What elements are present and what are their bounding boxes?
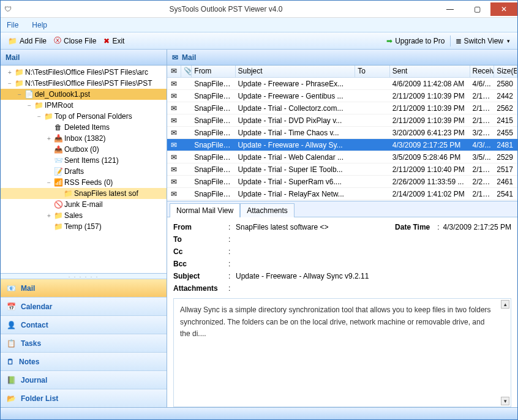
cell-subject: Update - Trial - Collectorz.com... xyxy=(235,104,355,113)
tree-item-label: N:\TestFiles\Office Files\PST Files\arc xyxy=(24,68,148,77)
cell-subject: Update - Freeware - Allway Sy... xyxy=(235,141,355,149)
nav-contact[interactable]: 👤Contact xyxy=(1,315,167,334)
cell-sent: 2/11/2009 1:10:40 PM xyxy=(390,165,470,174)
folder-icon: 📁 xyxy=(14,79,24,88)
nav-list: 📧Mail📅Calendar👤Contact📋Tasks🗒Notes📗Journ… xyxy=(1,279,167,407)
col-subject[interactable]: Subject xyxy=(236,66,356,77)
tree-item[interactable]: −📁N:\TestFiles\Office Files\PST Files\PS… xyxy=(1,78,167,89)
tree-item[interactable]: 📨Sent Items (121) xyxy=(1,155,167,166)
tree-item[interactable]: −📶RSS Feeds (0) xyxy=(1,177,167,188)
col-size[interactable]: Size(B xyxy=(494,66,517,77)
tree-item[interactable]: 🚫Junk E-mail xyxy=(1,199,167,210)
col-to[interactable]: To xyxy=(355,66,389,77)
tree-item[interactable]: +📁N:\TestFiles\Office Files\PST Files\ar… xyxy=(1,67,167,78)
right-pane-header: ✉Mail xyxy=(167,50,517,66)
folder-icon: 📁 xyxy=(53,211,63,220)
cell-sent: 2/26/2009 11:33:59 ... xyxy=(390,178,470,186)
close-button[interactable]: ✕ xyxy=(490,2,517,16)
scroll-up-button[interactable]: ▴ xyxy=(501,300,509,309)
scroll-down-button[interactable]: ▾ xyxy=(501,397,509,405)
nav-tasks[interactable]: 📋Tasks xyxy=(1,334,167,352)
tree-item[interactable]: −📄del_Outlook1.pst xyxy=(1,89,167,100)
col-attachment[interactable]: 📎 xyxy=(181,66,192,77)
add-file-button[interactable]: 📁Add File xyxy=(4,34,50,48)
tree-twisty[interactable]: + xyxy=(6,69,14,76)
tab-attachments[interactable]: Attachments xyxy=(240,203,295,217)
upgrade-button[interactable]: ➡Upgrade to Pro xyxy=(383,34,448,48)
tree-item-label: Temp (157) xyxy=(63,222,102,231)
menu-help[interactable]: Help xyxy=(32,21,47,29)
folder-icon: 📁 xyxy=(14,68,24,77)
message-row[interactable]: ✉SnapFiles...Update - Freeware - Allway … xyxy=(167,139,517,151)
cell-size: 2517 xyxy=(494,165,517,174)
message-row[interactable]: ✉SnapFiles...Update - Trial - RelayFax N… xyxy=(167,188,517,200)
nav-mail[interactable]: 📧Mail xyxy=(1,279,167,297)
tasks-icon: 📋 xyxy=(7,339,16,348)
tree-item[interactable]: 📤Outbox (0) xyxy=(1,144,167,155)
nav-notes[interactable]: 🗒Notes xyxy=(1,352,167,370)
tree-item[interactable]: 📁Temp (157) xyxy=(1,221,167,232)
value-from: SnapFiles latest software <> xyxy=(236,223,395,231)
col-icon[interactable]: ✉ xyxy=(167,66,181,77)
tree-twisty[interactable]: − xyxy=(35,113,43,120)
cell-subject: Update - Trial - Web Calendar ... xyxy=(235,153,355,162)
tree-twisty[interactable]: − xyxy=(45,179,53,186)
folder-tree[interactable]: +📁N:\TestFiles\Office Files\PST Files\ar… xyxy=(1,66,167,274)
tree-item[interactable]: −📁Top of Personal Folders xyxy=(1,111,167,122)
app-icon: 🛡 xyxy=(4,5,12,13)
message-row[interactable]: ✉SnapFiles...Update - Trial - Super IE T… xyxy=(167,163,517,176)
message-row[interactable]: ✉SnapFiles...Update - Trial - Web Calend… xyxy=(167,151,517,163)
upgrade-icon: ➡ xyxy=(386,37,392,45)
cell-sent: 3/20/2009 6:41:23 PM xyxy=(390,129,470,137)
maximize-button[interactable]: ▢ xyxy=(464,2,490,16)
envelope-icon: ✉ xyxy=(167,80,181,88)
tree-item-label: Outbox (0) xyxy=(63,145,99,154)
tree-item[interactable]: 📝Drafts xyxy=(1,166,167,177)
tree-twisty[interactable]: − xyxy=(15,91,24,98)
col-sent[interactable]: Sent xyxy=(390,66,470,77)
message-body[interactable]: Allway Sync is a simple directory synchr… xyxy=(173,298,511,407)
pst-icon: 📄 xyxy=(24,90,34,99)
message-row[interactable]: ✉SnapFiles...Update - Freeware - Gentibu… xyxy=(167,90,517,102)
cell-sent: 2/11/2009 1:10:39 PM xyxy=(390,104,470,113)
message-row[interactable]: ✉SnapFiles...Update - Freeware - PhraseE… xyxy=(167,78,517,90)
nav-journal[interactable]: 📗Journal xyxy=(1,370,167,389)
value-subject: Update - Freeware - Allway Sync v9.2.11 xyxy=(236,272,511,280)
message-row[interactable]: ✉SnapFiles...Update - Trial - Time Chaos… xyxy=(167,127,517,139)
tree-item[interactable]: 🗑Deleted Items xyxy=(1,122,167,133)
cell-received: 2/14... xyxy=(470,190,495,198)
col-from[interactable]: From xyxy=(192,66,235,77)
tree-twisty[interactable]: − xyxy=(6,80,14,87)
tree-twisty[interactable]: + xyxy=(45,212,53,219)
label-cc: Cc xyxy=(173,247,228,256)
pane-grip[interactable]: · · · · · · xyxy=(1,274,167,279)
nav-folder-list[interactable]: 📂Folder List xyxy=(1,389,167,407)
cell-received: 2/11... xyxy=(470,165,495,174)
tree-item[interactable]: +📁Sales xyxy=(1,210,167,221)
value-bcc xyxy=(236,260,511,268)
message-row[interactable]: ✉SnapFiles...Update - Trial - DVD PixPla… xyxy=(167,114,517,127)
message-row[interactable]: ✉SnapFiles...Update - Trial - Collectorz… xyxy=(167,102,517,114)
tree-item[interactable]: +📥Inbox (1382) xyxy=(1,133,167,144)
exit-button[interactable]: ✖Exit xyxy=(100,34,128,48)
message-list-header[interactable]: ✉ 📎 From Subject To Sent Receive Size(B xyxy=(167,66,517,78)
folderlist-icon: 📂 xyxy=(7,394,16,403)
preview-tabs: Normal Mail View Attachments xyxy=(167,201,517,217)
cell-size: 2442 xyxy=(494,92,517,100)
tab-normal-view[interactable]: Normal Mail View xyxy=(170,203,240,217)
message-row[interactable]: ✉SnapFiles...Update - Trial - SuperRam v… xyxy=(167,176,517,188)
cell-received: 2/11... xyxy=(470,104,495,113)
tree-item[interactable]: −📁IPMRoot xyxy=(1,100,167,111)
tree-item[interactable]: 📁SnapFiles latest sof xyxy=(1,188,167,199)
tree-twisty[interactable]: + xyxy=(45,135,53,142)
cell-subject: Update - Trial - RelayFax Netw... xyxy=(235,190,355,198)
minimize-button[interactable]: — xyxy=(437,2,464,16)
col-received[interactable]: Receive xyxy=(470,66,495,77)
tree-twisty[interactable]: − xyxy=(25,102,34,109)
switch-view-button[interactable]: ≣Switch View▾ xyxy=(452,34,514,48)
notes-icon: 🗒 xyxy=(7,358,14,366)
nav-calendar[interactable]: 📅Calendar xyxy=(1,297,167,315)
close-file-button[interactable]: ⓧClose File xyxy=(50,34,100,48)
switch-view-icon: ≣ xyxy=(456,37,462,45)
menu-file[interactable]: File xyxy=(7,21,18,29)
